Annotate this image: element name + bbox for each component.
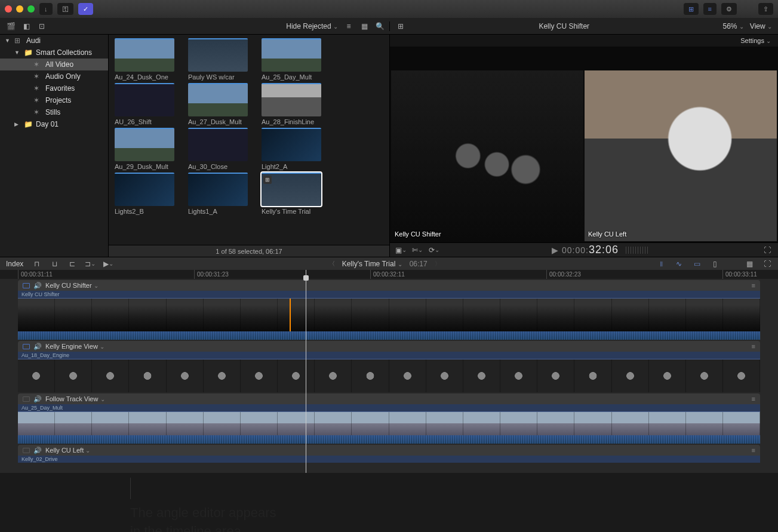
insert-clip-icon[interactable]: ⊔ bbox=[50, 259, 59, 269]
angle-filmstrip[interactable] bbox=[18, 298, 760, 331]
angle-lane[interactable]: 🔊 Kelly CU Shifter ⌄ ≡ Kelly CU Shifter bbox=[18, 280, 760, 340]
angle-name-dropdown[interactable]: Kelly Engine View ⌄ bbox=[45, 343, 104, 350]
overwrite-clip-icon[interactable]: ⊐ ⌄ bbox=[85, 259, 95, 269]
skimming-icon[interactable]: ⫴ bbox=[656, 259, 666, 269]
view-dropdown[interactable]: View ⌄ bbox=[750, 22, 772, 30]
clip-item[interactable]: Au_25_Day_Mult bbox=[262, 38, 324, 81]
close-window-button[interactable] bbox=[5, 5, 12, 13]
clip-item[interactable]: Au_29_Dusk_Mult bbox=[115, 128, 177, 170]
angle-filmstrip[interactable] bbox=[18, 411, 760, 435]
clip-item[interactable]: Pauly WS w/car bbox=[188, 38, 251, 81]
angle-name-dropdown[interactable]: Kelly CU Left ⌄ bbox=[45, 447, 90, 454]
angle-lane[interactable]: 🔊 Follow Track View ⌄ ≡ Au_25_Day_Mult bbox=[18, 393, 760, 444]
angle-header[interactable]: 🔊 Kelly Engine View ⌄ ≡ bbox=[18, 341, 760, 352]
tool-select-icon[interactable]: ▶ ⌄ bbox=[103, 259, 113, 269]
library-icon[interactable]: 🎬 bbox=[6, 21, 16, 31]
monitor-audio-icon[interactable]: 🔊 bbox=[33, 447, 42, 454]
library-sidebar: ▼⊞Audi▼📁Smart Collections✶All Video✶Audi… bbox=[0, 35, 109, 257]
clip-item[interactable]: Light2_A bbox=[262, 128, 324, 170]
minimize-window-button[interactable] bbox=[16, 5, 23, 13]
fullscreen-icon[interactable]: ⛶ bbox=[762, 245, 772, 255]
angle-filmstrip[interactable] bbox=[18, 359, 760, 392]
angle-viewer-right[interactable]: Kelly CU Left bbox=[585, 70, 777, 241]
clip-appearance-icon[interactable]: ≡ bbox=[344, 21, 353, 31]
browser-toggle-button[interactable]: ⊞ bbox=[684, 3, 699, 15]
snapping-icon[interactable]: ▯ bbox=[710, 259, 719, 269]
sidebar-item-projects[interactable]: ✶Projects bbox=[0, 94, 108, 106]
connect-clip-icon[interactable]: ⊓ bbox=[32, 259, 41, 269]
angle-header[interactable]: 🔊 Follow Track View ⌄ ≡ bbox=[18, 393, 760, 404]
monitor-audio-icon[interactable]: 🔊 bbox=[33, 282, 42, 290]
clip-item[interactable]: Au_27_Dusk_Mult bbox=[188, 83, 251, 125]
photos-icon[interactable]: ◧ bbox=[21, 21, 31, 31]
timeline-history-back[interactable]: 〈 bbox=[329, 260, 335, 268]
project-name-dropdown[interactable]: Kelly's Time Trial ⌄ bbox=[342, 260, 402, 268]
sidebar-item-favorites[interactable]: ✶Favorites bbox=[0, 82, 108, 94]
inspector-toggle-button[interactable]: ⚙ bbox=[721, 3, 737, 15]
monitor-video-icon[interactable] bbox=[23, 396, 30, 402]
filter-dropdown[interactable]: Hide Rejected ⌄ bbox=[286, 22, 338, 30]
clip-item[interactable]: Au_28_FinishLine bbox=[262, 83, 324, 125]
angle-lane[interactable]: 🔊 Kelly Engine View ⌄ ≡ Au_18_Day_Engine bbox=[18, 341, 760, 392]
retime-icon[interactable]: ✄ ⌄ bbox=[413, 245, 422, 255]
append-clip-icon[interactable]: ⊏ bbox=[67, 259, 77, 269]
share-button[interactable]: ⇪ bbox=[758, 3, 773, 15]
timeline-fullscreen-icon[interactable]: ⛶ bbox=[762, 259, 772, 269]
enhance-icon[interactable]: ⟳ ⌄ bbox=[429, 245, 439, 255]
clip-item[interactable]: ⊞Kelly's Time Trial bbox=[262, 173, 324, 215]
angle-clip-label: Au_25_Day_Mult bbox=[18, 404, 760, 411]
clip-item[interactable]: AU_26_Shift bbox=[115, 83, 177, 125]
playhead[interactable] bbox=[306, 270, 306, 473]
sidebar-item-audi[interactable]: ▼⊞Audi bbox=[0, 35, 108, 47]
angle-header[interactable]: 🔊 Kelly CU Left ⌄ ≡ bbox=[18, 445, 760, 456]
timeline-ruler[interactable]: 00:00:31:1100:00:31:2300:00:32:1100:00:3… bbox=[0, 270, 778, 279]
import-button[interactable]: ↓ bbox=[39, 3, 53, 15]
clip-item[interactable]: Lights2_B bbox=[115, 173, 177, 215]
list-view-icon[interactable]: ▦ bbox=[359, 21, 369, 31]
zoom-dropdown[interactable]: 56% ⌄ bbox=[722, 22, 743, 30]
angle-menu-icon[interactable]: ≡ bbox=[752, 282, 755, 289]
angle-name-dropdown[interactable]: Follow Track View ⌄ bbox=[45, 395, 105, 402]
audio-skimming-icon[interactable]: ∿ bbox=[674, 259, 684, 269]
angle-waveform[interactable] bbox=[18, 331, 760, 340]
monitor-video-icon[interactable] bbox=[23, 283, 30, 288]
sidebar-item-smart-collections[interactable]: ▼📁Smart Collections bbox=[0, 47, 108, 59]
index-button[interactable]: Index bbox=[6, 260, 23, 268]
angle-waveform[interactable] bbox=[18, 435, 760, 444]
zoom-window-button[interactable] bbox=[27, 5, 35, 13]
monitor-audio-icon[interactable]: 🔊 bbox=[33, 395, 42, 403]
timeline-history-fwd[interactable]: 〉 bbox=[435, 260, 441, 268]
angle-menu-icon[interactable]: ≡ bbox=[752, 343, 755, 350]
viewer-settings-dropdown[interactable]: Settings ⌄ bbox=[390, 35, 778, 47]
sidebar-item-day-01[interactable]: ▶📁Day 01 bbox=[0, 118, 108, 130]
angle-name-dropdown[interactable]: Kelly CU Shifter ⌄ bbox=[45, 282, 99, 289]
angle-header[interactable]: 🔊 Kelly CU Shifter ⌄ ≡ bbox=[18, 280, 760, 291]
keyword-editor-button[interactable]: ⚿ bbox=[57, 3, 73, 15]
monitor-video-icon[interactable] bbox=[23, 448, 30, 453]
angle-menu-icon[interactable]: ≡ bbox=[752, 447, 755, 454]
sidebar-item-audio-only[interactable]: ✶Audio Only bbox=[0, 70, 108, 82]
timeline-toggle-button[interactable]: ≡ bbox=[703, 3, 717, 15]
project-duration: 06:17 bbox=[410, 260, 428, 268]
angle-editor[interactable]: 00:00:31:1100:00:31:2300:00:32:1100:00:3… bbox=[0, 270, 778, 473]
main-area: ▼⊞Audi▼📁Smart Collections✶All Video✶Audi… bbox=[0, 35, 778, 257]
titles-icon[interactable]: ⊡ bbox=[37, 21, 47, 31]
monitor-audio-icon[interactable]: 🔊 bbox=[33, 343, 42, 350]
clip-item[interactable]: Au_24_Dusk_One bbox=[115, 38, 177, 81]
search-icon[interactable]: 🔍 bbox=[375, 21, 385, 31]
solo-icon[interactable]: ▭ bbox=[692, 259, 702, 269]
clip-item[interactable]: Lights1_A bbox=[188, 173, 251, 215]
sidebar-item-all-video[interactable]: ✶All Video bbox=[0, 59, 108, 70]
monitor-video-icon[interactable] bbox=[23, 344, 30, 349]
viewer-controls: ▣ ⌄ ✄ ⌄ ⟳ ⌄ ▶ 00:00:32:06 ⛶ bbox=[390, 242, 778, 257]
clip-item[interactable]: Au_30_Close bbox=[188, 128, 251, 170]
clip-appearance-icon[interactable]: ▦ bbox=[745, 259, 754, 269]
sidebar-item-stills[interactable]: ✶Stills bbox=[0, 106, 108, 118]
background-tasks-button[interactable]: ✓ bbox=[78, 3, 93, 15]
timecode-display[interactable]: ▶ 00:00:32:06 bbox=[552, 244, 619, 256]
angle-viewer-left[interactable]: Kelly CU Shifter bbox=[391, 70, 583, 241]
angle-viewer-icon[interactable]: ⊞ bbox=[396, 21, 405, 31]
angle-menu-icon[interactable]: ≡ bbox=[752, 395, 755, 402]
angle-lane[interactable]: 🔊 Kelly CU Left ⌄ ≡ Kelly_02_Drive bbox=[18, 445, 760, 463]
transform-icon[interactable]: ▣ ⌄ bbox=[396, 245, 405, 255]
